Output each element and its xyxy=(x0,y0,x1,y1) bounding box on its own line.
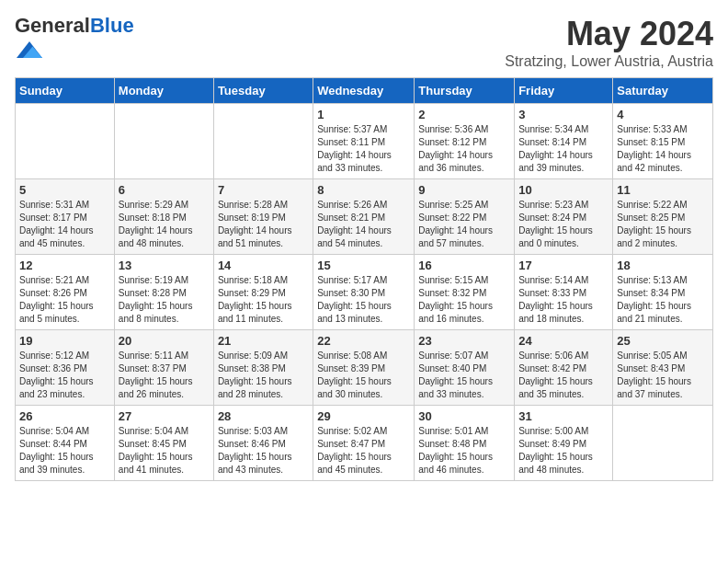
day-number: 22 xyxy=(317,334,410,348)
day-number: 21 xyxy=(218,334,309,348)
calendar-cell: 1Sunrise: 5:37 AMSunset: 8:11 PMDaylight… xyxy=(313,104,415,179)
day-number: 3 xyxy=(518,108,609,121)
day-info: Sunrise: 5:04 AMSunset: 8:45 PMDaylight:… xyxy=(119,425,210,477)
calendar-cell xyxy=(213,104,313,179)
day-number: 10 xyxy=(518,183,609,197)
calendar-cell: 8Sunrise: 5:26 AMSunset: 8:21 PMDaylight… xyxy=(313,179,415,255)
day-info: Sunrise: 5:21 AMSunset: 8:26 PMDaylight:… xyxy=(19,274,110,326)
day-info: Sunrise: 5:37 AMSunset: 8:11 PMDaylight:… xyxy=(317,123,410,175)
title-area: May 2024 Stratzing, Lower Austria, Austr… xyxy=(505,15,713,70)
day-number: 1 xyxy=(317,108,410,121)
calendar-cell: 13Sunrise: 5:19 AMSunset: 8:28 PMDayligh… xyxy=(114,255,213,330)
day-info: Sunrise: 5:25 AMSunset: 8:22 PMDaylight:… xyxy=(418,199,510,250)
day-info: Sunrise: 5:18 AMSunset: 8:29 PMDaylight:… xyxy=(218,274,309,326)
calendar-cell: 10Sunrise: 5:23 AMSunset: 8:24 PMDayligh… xyxy=(515,179,613,255)
calendar-week-5: 26Sunrise: 5:04 AMSunset: 8:44 PMDayligh… xyxy=(16,406,713,481)
day-info: Sunrise: 5:28 AMSunset: 8:19 PMDaylight:… xyxy=(218,199,309,250)
day-info: Sunrise: 5:17 AMSunset: 8:30 PMDaylight:… xyxy=(317,274,410,326)
day-info: Sunrise: 5:03 AMSunset: 8:46 PMDaylight:… xyxy=(218,425,309,477)
day-number: 19 xyxy=(19,334,110,348)
day-number: 20 xyxy=(119,334,210,348)
day-number: 13 xyxy=(119,259,210,272)
weekday-header-row: SundayMondayTuesdayWednesdayThursdayFrid… xyxy=(16,78,713,104)
logo: GeneralBlue xyxy=(15,15,134,66)
day-info: Sunrise: 5:05 AMSunset: 8:43 PMDaylight:… xyxy=(617,350,709,401)
day-number: 28 xyxy=(218,409,309,423)
calendar-cell: 17Sunrise: 5:14 AMSunset: 8:33 PMDayligh… xyxy=(515,255,613,330)
day-info: Sunrise: 5:06 AMSunset: 8:42 PMDaylight:… xyxy=(518,350,609,401)
calendar-week-2: 5Sunrise: 5:31 AMSunset: 8:17 PMDaylight… xyxy=(16,179,713,255)
day-number: 24 xyxy=(518,334,609,348)
calendar-cell: 24Sunrise: 5:06 AMSunset: 8:42 PMDayligh… xyxy=(515,330,613,406)
day-number: 23 xyxy=(418,334,510,348)
day-info: Sunrise: 5:04 AMSunset: 8:44 PMDaylight:… xyxy=(19,425,110,477)
calendar-table: SundayMondayTuesdayWednesdayThursdayFrid… xyxy=(15,77,713,481)
calendar-cell: 11Sunrise: 5:22 AMSunset: 8:25 PMDayligh… xyxy=(613,179,713,255)
day-info: Sunrise: 5:13 AMSunset: 8:34 PMDaylight:… xyxy=(617,274,709,326)
page-header: GeneralBlue May 2024 Stratzing, Lower Au… xyxy=(15,15,713,70)
calendar-week-4: 19Sunrise: 5:12 AMSunset: 8:36 PMDayligh… xyxy=(16,330,713,406)
day-number: 16 xyxy=(418,259,510,272)
day-info: Sunrise: 5:26 AMSunset: 8:21 PMDaylight:… xyxy=(317,199,410,250)
day-number: 17 xyxy=(518,259,609,272)
day-info: Sunrise: 5:33 AMSunset: 8:15 PMDaylight:… xyxy=(617,123,709,175)
weekday-header-sunday: Sunday xyxy=(16,78,115,104)
calendar-week-1: 1Sunrise: 5:37 AMSunset: 8:11 PMDaylight… xyxy=(16,104,713,179)
day-number: 8 xyxy=(317,183,410,197)
logo-general: General xyxy=(15,14,90,37)
day-info: Sunrise: 5:01 AMSunset: 8:48 PMDaylight:… xyxy=(418,425,510,477)
calendar-cell: 4Sunrise: 5:33 AMSunset: 8:15 PMDaylight… xyxy=(613,104,713,179)
calendar-cell: 18Sunrise: 5:13 AMSunset: 8:34 PMDayligh… xyxy=(613,255,713,330)
day-info: Sunrise: 5:14 AMSunset: 8:33 PMDaylight:… xyxy=(518,274,609,326)
day-info: Sunrise: 5:31 AMSunset: 8:17 PMDaylight:… xyxy=(19,199,110,250)
weekday-header-wednesday: Wednesday xyxy=(313,78,415,104)
calendar-cell: 30Sunrise: 5:01 AMSunset: 8:48 PMDayligh… xyxy=(415,406,515,481)
day-number: 15 xyxy=(317,259,410,272)
weekday-header-saturday: Saturday xyxy=(613,78,713,104)
calendar-cell: 26Sunrise: 5:04 AMSunset: 8:44 PMDayligh… xyxy=(16,406,115,481)
day-info: Sunrise: 5:29 AMSunset: 8:18 PMDaylight:… xyxy=(119,199,210,250)
day-number: 14 xyxy=(218,259,309,272)
calendar-cell: 9Sunrise: 5:25 AMSunset: 8:22 PMDaylight… xyxy=(415,179,515,255)
calendar-cell: 31Sunrise: 5:00 AMSunset: 8:49 PMDayligh… xyxy=(515,406,613,481)
calendar-cell xyxy=(613,406,713,481)
day-number: 2 xyxy=(418,108,510,121)
calendar-cell: 22Sunrise: 5:08 AMSunset: 8:39 PMDayligh… xyxy=(313,330,415,406)
day-info: Sunrise: 5:11 AMSunset: 8:37 PMDaylight:… xyxy=(119,350,210,401)
day-info: Sunrise: 5:00 AMSunset: 8:49 PMDaylight:… xyxy=(518,425,609,477)
day-info: Sunrise: 5:22 AMSunset: 8:25 PMDaylight:… xyxy=(617,199,709,250)
day-info: Sunrise: 5:12 AMSunset: 8:36 PMDaylight:… xyxy=(19,350,110,401)
weekday-header-tuesday: Tuesday xyxy=(213,78,313,104)
day-info: Sunrise: 5:07 AMSunset: 8:40 PMDaylight:… xyxy=(418,350,510,401)
day-info: Sunrise: 5:19 AMSunset: 8:28 PMDaylight:… xyxy=(119,274,210,326)
calendar-body: 1Sunrise: 5:37 AMSunset: 8:11 PMDaylight… xyxy=(16,104,713,481)
day-number: 5 xyxy=(19,183,110,197)
logo-text: GeneralBlue xyxy=(15,15,134,37)
calendar-cell: 29Sunrise: 5:02 AMSunset: 8:47 PMDayligh… xyxy=(313,406,415,481)
calendar-cell: 20Sunrise: 5:11 AMSunset: 8:37 PMDayligh… xyxy=(114,330,213,406)
day-number: 29 xyxy=(317,409,410,423)
calendar-cell: 19Sunrise: 5:12 AMSunset: 8:36 PMDayligh… xyxy=(16,330,115,406)
day-number: 30 xyxy=(418,409,510,423)
day-info: Sunrise: 5:36 AMSunset: 8:12 PMDaylight:… xyxy=(418,123,510,175)
day-info: Sunrise: 5:23 AMSunset: 8:24 PMDaylight:… xyxy=(518,199,609,250)
calendar-cell: 6Sunrise: 5:29 AMSunset: 8:18 PMDaylight… xyxy=(114,179,213,255)
calendar-cell: 21Sunrise: 5:09 AMSunset: 8:38 PMDayligh… xyxy=(213,330,313,406)
day-number: 31 xyxy=(518,409,609,423)
logo-icon xyxy=(17,37,42,63)
day-info: Sunrise: 5:34 AMSunset: 8:14 PMDaylight:… xyxy=(518,123,609,175)
calendar-cell: 28Sunrise: 5:03 AMSunset: 8:46 PMDayligh… xyxy=(213,406,313,481)
weekday-header-monday: Monday xyxy=(114,78,213,104)
day-number: 18 xyxy=(617,259,709,272)
calendar-cell: 5Sunrise: 5:31 AMSunset: 8:17 PMDaylight… xyxy=(16,179,115,255)
calendar-cell: 25Sunrise: 5:05 AMSunset: 8:43 PMDayligh… xyxy=(613,330,713,406)
day-info: Sunrise: 5:09 AMSunset: 8:38 PMDaylight:… xyxy=(218,350,309,401)
calendar-header: SundayMondayTuesdayWednesdayThursdayFrid… xyxy=(16,78,713,104)
day-info: Sunrise: 5:15 AMSunset: 8:32 PMDaylight:… xyxy=(418,274,510,326)
day-number: 25 xyxy=(617,334,709,348)
day-info: Sunrise: 5:02 AMSunset: 8:47 PMDaylight:… xyxy=(317,425,410,477)
calendar-cell: 15Sunrise: 5:17 AMSunset: 8:30 PMDayligh… xyxy=(313,255,415,330)
calendar-cell: 7Sunrise: 5:28 AMSunset: 8:19 PMDaylight… xyxy=(213,179,313,255)
calendar-cell: 3Sunrise: 5:34 AMSunset: 8:14 PMDaylight… xyxy=(515,104,613,179)
month-title: May 2024 xyxy=(505,15,713,53)
